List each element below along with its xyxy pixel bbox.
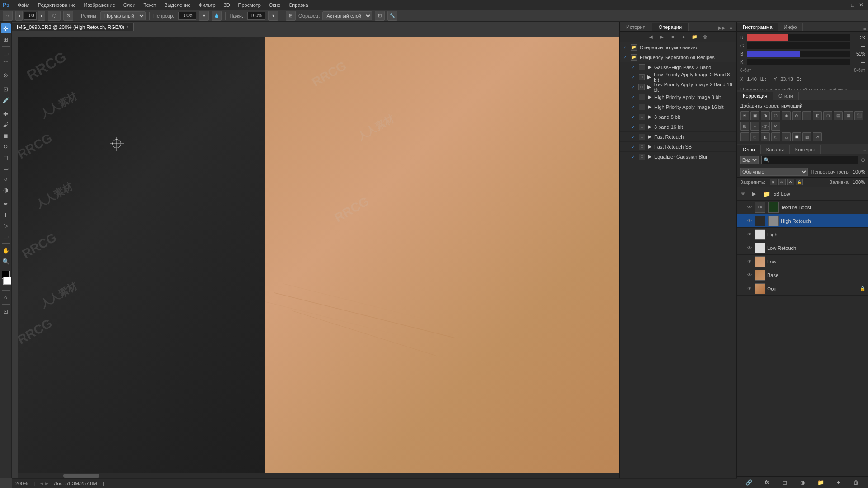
tool-eyedropper[interactable]: 💉 — [1, 95, 11, 105]
eye-low[interactable]: 👁 — [746, 258, 753, 265]
minimize-btn[interactable]: ─ — [841, 2, 849, 8]
opacity-input[interactable] — [178, 12, 196, 20]
menu-view[interactable]: Просмотр — [235, 1, 264, 9]
corr-brightness[interactable]: ☀ — [740, 111, 749, 120]
menu-filter[interactable]: Фильтр — [195, 1, 219, 9]
eye-lowretouch[interactable]: 👁 — [746, 245, 753, 251]
h-scrollbar-thumb[interactable] — [63, 474, 99, 478]
tab-paths[interactable]: Контуры — [790, 145, 821, 154]
tool-gradient[interactable]: ▭ — [1, 163, 11, 173]
history-item-lowpri8[interactable]: ✓ □ ▶ Low Priority Apply Image 2 Band 8 … — [620, 72, 736, 82]
layer-row-lowretouch[interactable]: 👁 Low Retouch — [737, 241, 868, 255]
layer-row-base[interactable]: 👁 Base — [737, 268, 868, 282]
menu-image[interactable]: Изображение — [80, 1, 119, 9]
tool-shape[interactable]: ▭ — [1, 231, 11, 241]
corr-posterize[interactable]: ▨ — [740, 122, 749, 131]
corr-curves[interactable]: ◑ — [761, 111, 770, 120]
smudge-options[interactable]: 🔧 — [387, 11, 397, 21]
history-item-fastretouchsb[interactable]: ✓ □ ▶ Fast Retouch SB — [620, 142, 736, 152]
history-menu-btn[interactable]: ≡ — [727, 24, 735, 31]
corr-icon-11[interactable]: △ — [782, 132, 791, 141]
layers-new-btn[interactable]: + — [834, 478, 843, 487]
airbrush-btn[interactable]: 💧 — [212, 11, 222, 21]
tool-artboard[interactable]: ⊞ — [1, 34, 11, 44]
lock-position[interactable]: ✜ — [787, 179, 794, 185]
history-item-3band8[interactable]: ✓ □ ▶ 3 band 8 bit — [620, 112, 736, 122]
history-item-3band16[interactable]: ✓ □ ▶ 3 band 16 bit — [620, 122, 736, 132]
play-stop-btn[interactable]: ◀ — [647, 33, 655, 41]
blend-mode-select[interactable]: Обычные — [740, 168, 808, 176]
lock-transparent[interactable]: ⊞ — [770, 179, 777, 185]
tab-actions[interactable]: Операции — [652, 23, 689, 31]
tool-heal[interactable]: ✚ — [1, 109, 11, 119]
corr-icon-13[interactable]: ▧ — [802, 132, 811, 141]
corr-icon-12[interactable]: 🔲 — [792, 132, 801, 141]
screen-mode-btn[interactable]: ⊡ — [1, 306, 11, 316]
tool-quickselect[interactable]: ⊙ — [1, 70, 11, 80]
record-stop-btn[interactable]: ■ — [669, 33, 677, 41]
tool-lasso[interactable]: ⌒ — [1, 59, 11, 69]
corr-icon-14[interactable]: ⊘ — [813, 132, 822, 141]
layer-row-highretouch[interactable]: 👁 F High Retouch — [737, 214, 868, 228]
doc-tab[interactable]: IMG_0698.CR2 @ 200% (High Retouch, RGB/8… — [12, 23, 134, 31]
tool-brush[interactable]: 🖌 — [1, 120, 11, 130]
corr-colorlookup[interactable]: ▦ — [844, 111, 853, 120]
corr-icon-7[interactable]: ↔ — [740, 132, 749, 141]
layers-mask-btn[interactable]: ◻ — [780, 478, 789, 487]
corr-bw[interactable]: ◧ — [813, 111, 822, 120]
tab-layers[interactable]: Слои — [737, 145, 761, 154]
tool-text[interactable]: T — [1, 210, 11, 220]
flow-options[interactable]: ▾ — [268, 11, 278, 21]
corr-exposure[interactable]: ⬡ — [771, 111, 780, 120]
mode-select[interactable]: Нормальный — [100, 11, 146, 20]
lock-all[interactable]: 🔒 — [796, 179, 803, 185]
close-btn[interactable]: ✕ — [857, 2, 865, 8]
tool-options-btn[interactable]: ↔ — [3, 11, 13, 21]
menu-window[interactable]: Окно — [265, 1, 284, 9]
background-color[interactable] — [3, 277, 11, 285]
corr-photofilter[interactable]: ◻ — [823, 111, 832, 120]
eye-base[interactable]: 👁 — [746, 272, 753, 278]
layer-row-background[interactable]: 👁 Фон 🔒 — [737, 282, 868, 296]
tool-pen[interactable]: ✒ — [1, 199, 11, 209]
tool-dodge[interactable]: ◑ — [1, 185, 11, 195]
layers-link-btn[interactable]: 🔗 — [745, 478, 754, 487]
layer-search-input[interactable] — [761, 156, 858, 164]
menu-text[interactable]: Текст — [140, 1, 160, 9]
brush-size-dec[interactable]: ◂ — [15, 11, 23, 21]
layers-adjustment-btn[interactable]: ◑ — [798, 478, 807, 487]
sample-all-layers[interactable]: ⊡ — [375, 11, 385, 21]
corr-icon-8[interactable]: ⊞ — [750, 132, 760, 141]
tab-channels[interactable]: Каналы — [761, 145, 790, 154]
corr-selectivecolor[interactable]: ⊘ — [771, 122, 780, 131]
tool-path[interactable]: ▷ — [1, 221, 11, 230]
history-item-default-ops[interactable]: ✓ 📁 Операции по умолчанию — [620, 42, 736, 52]
tab-history[interactable]: История — [620, 23, 652, 31]
tab-histogram[interactable]: Гистограмма — [737, 23, 778, 31]
corr-hue[interactable]: ⊙ — [792, 111, 801, 120]
tab-styles[interactable]: Стили — [773, 92, 799, 100]
new-action-btn[interactable]: 📁 — [690, 33, 698, 41]
corr-gradientmap[interactable]: ◁▷ — [761, 122, 770, 131]
status-playback[interactable]: ◀ ▶ — [40, 481, 48, 486]
opacity-options[interactable]: ▾ — [199, 11, 209, 21]
layer-row-textureboost[interactable]: 👁 FX Texture Boost — [737, 201, 868, 214]
menu-layers[interactable]: Слои — [120, 1, 139, 9]
tool-move[interactable]: ✜ — [1, 23, 11, 33]
eye-highretouch[interactable]: 👁 — [746, 218, 753, 224]
eye-background[interactable]: 👁 — [746, 286, 753, 292]
flow-input[interactable] — [247, 12, 265, 20]
corr-invert[interactable]: ⬛ — [854, 111, 863, 120]
align-btn[interactable]: ⊞ — [286, 11, 296, 21]
history-item-gausshp[interactable]: ✓ □ ▶ Gauss+High Pass 2 Band — [620, 62, 736, 72]
layer-row-5blow[interactable]: 👁 ▶ 📁 5B Low — [737, 187, 868, 201]
tool-marquee[interactable]: ▭ — [1, 48, 11, 58]
layer-row-high[interactable]: 👁 High — [737, 228, 868, 241]
menu-help[interactable]: Справка — [285, 1, 311, 9]
tab-info[interactable]: Инфо — [778, 23, 803, 31]
corr-icon-9[interactable]: ◧ — [761, 132, 770, 141]
history-item-hipri8[interactable]: ✓ □ ▶ High Priority Apply Image 8 bit — [620, 92, 736, 102]
brush-size-inc[interactable]: ▸ — [38, 11, 45, 21]
history-item-fastretouch[interactable]: ✓ □ ▶ Fast Retouch — [620, 132, 736, 142]
menu-file[interactable]: Файл — [14, 1, 33, 9]
